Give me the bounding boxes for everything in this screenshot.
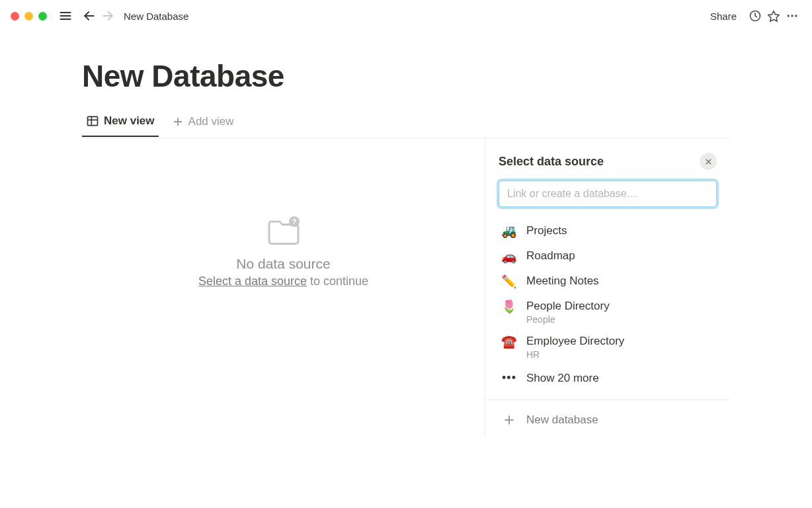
svg-point-9 — [795, 15, 797, 17]
window-controls[interactable] — [11, 12, 47, 21]
select-data-source-link[interactable]: Select a data source — [198, 275, 307, 288]
show-more-button[interactable]: ••• Show 20 more — [499, 366, 717, 390]
menu-icon[interactable] — [56, 7, 75, 25]
source-emoji-icon: 🚜 — [501, 224, 517, 239]
empty-suffix: to continue — [307, 275, 368, 288]
source-text: Roadmap — [526, 249, 575, 263]
empty-subtitle: Select a data source to continue — [198, 275, 368, 288]
tab-add-view[interactable]: Add view — [168, 111, 238, 136]
source-emoji-icon: 🚗 — [501, 249, 517, 265]
close-icon — [704, 157, 713, 166]
new-database-button[interactable]: New database — [499, 404, 717, 436]
source-item[interactable]: 🚗Roadmap — [499, 244, 717, 269]
source-list: 🚜Projects🚗Roadmap✏️Meeting Notes🌷People … — [499, 219, 717, 364]
svg-point-7 — [788, 15, 790, 17]
panel-divider — [485, 400, 730, 400]
tab-add-label: Add view — [188, 115, 234, 128]
source-label: People Directory — [526, 299, 610, 314]
tab-new-view[interactable]: New view — [82, 110, 159, 137]
source-sublabel: HR — [526, 349, 624, 360]
empty-state: ? No data source Select a data source to… — [82, 138, 485, 436]
close-panel-button[interactable] — [700, 153, 717, 170]
close-window-icon[interactable] — [11, 12, 19, 21]
svg-marker-6 — [768, 11, 780, 22]
ellipsis-icon: ••• — [501, 371, 517, 385]
source-text: Projects — [526, 224, 567, 238]
forward-icon[interactable] — [99, 7, 117, 25]
folder-unknown-icon: ? — [266, 216, 301, 245]
source-item[interactable]: ✏️Meeting Notes — [499, 269, 717, 294]
source-label: Projects — [526, 224, 567, 238]
svg-point-8 — [791, 15, 793, 17]
share-button[interactable]: Share — [705, 8, 742, 24]
source-label: Employee Directory — [526, 334, 624, 349]
plus-icon — [501, 413, 517, 427]
favorite-icon[interactable] — [764, 7, 783, 25]
show-more-label: Show 20 more — [526, 372, 599, 385]
source-emoji-icon: 🌷 — [501, 299, 517, 315]
fullscreen-window-icon[interactable] — [38, 12, 47, 21]
new-database-label: New database — [526, 413, 598, 427]
source-item[interactable]: ☎️Employee DirectoryHR — [499, 329, 717, 364]
source-text: Meeting Notes — [526, 274, 599, 288]
source-text: People DirectoryPeople — [526, 299, 610, 325]
table-icon — [86, 114, 99, 128]
data-source-panel: Select data source 🚜Projects🚗Roadmap✏️Me… — [485, 138, 730, 436]
source-emoji-icon: ✏️ — [501, 274, 517, 290]
search-input[interactable] — [499, 181, 717, 207]
updates-icon[interactable] — [746, 7, 764, 25]
source-label: Roadmap — [526, 249, 575, 263]
source-text: Employee DirectoryHR — [526, 334, 624, 360]
breadcrumb[interactable]: New Database — [124, 11, 188, 22]
source-label: Meeting Notes — [526, 274, 599, 288]
source-emoji-icon: ☎️ — [501, 334, 517, 350]
svg-text:?: ? — [292, 218, 296, 226]
back-icon[interactable] — [80, 7, 99, 25]
tab-label: New view — [104, 114, 155, 128]
more-icon[interactable] — [783, 7, 801, 25]
plus-icon — [172, 116, 184, 128]
panel-title: Select data source — [499, 155, 604, 169]
source-item[interactable]: 🚜Projects — [499, 219, 717, 244]
source-item[interactable]: 🌷People DirectoryPeople — [499, 294, 717, 329]
source-sublabel: People — [526, 314, 610, 325]
svg-rect-10 — [88, 116, 98, 125]
page-title[interactable]: New Database — [82, 58, 812, 94]
empty-title: No data source — [236, 256, 330, 272]
minimize-window-icon[interactable] — [24, 12, 33, 21]
